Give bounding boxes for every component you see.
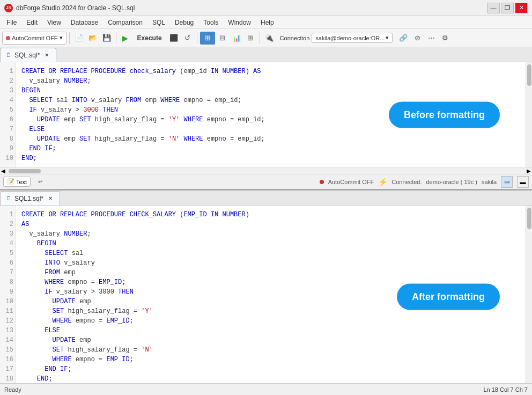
grid-view-button[interactable]: ⊟ [216, 32, 229, 45]
pane2-tab-bar: 🗒 SQL1.sql* ✕ [0, 191, 532, 206]
menu-bar: File Edit View Database Comparison SQL D… [0, 16, 532, 29]
menu-debug[interactable]: Debug [171, 18, 198, 27]
pane1-line-numbers: 12345678910 [0, 62, 16, 167]
tab-sql1-icon: 🗒 [6, 195, 11, 201]
autocommit-button[interactable]: AutoCommit OFF ▾ [2, 32, 66, 45]
pane1-vscroll[interactable] [526, 62, 532, 167]
menu-file[interactable]: File [2, 18, 21, 27]
pane1-wrap-button[interactable]: ↩ [34, 175, 47, 188]
pane2-vscroll[interactable] [526, 206, 532, 388]
app-icon-text: JS [6, 5, 11, 10]
pane1-text-icon: 📝 [7, 178, 14, 185]
more-button[interactable]: ⋯ [425, 32, 438, 45]
pane1-bottom-bar: 📝 Text ↩ AutoCommit OFF ⚡ Connected. dem… [0, 174, 532, 189]
status-position: Ln 18 Col 7 Ch 7 [483, 386, 528, 393]
restore-button[interactable]: ❐ [501, 3, 514, 13]
export-button[interactable]: ⊞ [244, 32, 257, 45]
pane2-vscroll-thumb[interactable] [527, 208, 531, 229]
connection-value: sakila@demo-oracle:OR... [315, 35, 385, 41]
pane1-autocommit-label: AutoCommit OFF [328, 179, 374, 185]
editor-area: 🗒 SQL.sql* ✕ 12345678910 CREATE OR REPLA… [0, 47, 532, 395]
pane2-line-numbers: 123456789101112131415161718 [0, 206, 16, 388]
pane1-vscroll-thumb[interactable] [527, 64, 531, 86]
toolbar: AutoCommit OFF ▾ 📄 📂 💾 ▶ Execute ⬛ ↺ ⊞ ⊟… [0, 29, 532, 47]
pane1-bottom-right: AutoCommit OFF ⚡ Connected. demo-oracle … [320, 176, 529, 188]
tab-sql-icon: 🗒 [6, 52, 11, 58]
tab-sql-close[interactable]: ✕ [43, 52, 50, 59]
tab-sql[interactable]: 🗒 SQL.sql* ✕ [0, 48, 56, 62]
pane1-connected-label: Connected. [391, 179, 422, 185]
menu-view[interactable]: View [43, 18, 65, 27]
menu-comparison[interactable]: Comparison [104, 18, 147, 27]
pane1-connection-icon: ⚡ [378, 178, 387, 186]
menu-sql[interactable]: SQL [148, 18, 169, 27]
pane1-hscroll[interactable]: ◀ ▶ [0, 167, 532, 174]
pane1-text-button[interactable]: 📝 Text [3, 177, 31, 187]
separator-1 [69, 32, 70, 44]
tab-sql-label: SQL.sql* [14, 52, 40, 59]
window-title: dbForge Studio 2024 for Oracle - SQL.sql [16, 4, 135, 12]
connection-label: Connection [280, 35, 310, 41]
tab-sql1-label: SQL1.sql* [14, 195, 43, 202]
menu-tools[interactable]: Tools [199, 18, 223, 27]
tab-sql1[interactable]: 🗒 SQL1.sql* ✕ [0, 191, 60, 205]
pane-after: 🗒 SQL1.sql* ✕ 12345678910111213141516171… [0, 191, 532, 395]
connect-button[interactable]: 🔗 [397, 32, 410, 45]
app-icon: JS [4, 4, 13, 12]
connection-area: Connection sakila@demo-oracle:OR... ▾ [277, 32, 396, 44]
save-button[interactable]: 💾 [100, 32, 113, 45]
pane1-schema-label: sakila [482, 179, 497, 185]
autocommit-status-dot [6, 36, 10, 40]
menu-window[interactable]: Window [224, 18, 255, 27]
pane1-view-single[interactable]: ▭ [501, 176, 513, 188]
menu-database[interactable]: Database [66, 18, 102, 27]
execute-label: Execute [137, 34, 162, 42]
menu-edit[interactable]: Edit [22, 18, 42, 27]
format-button[interactable]: ⊞ [200, 32, 215, 45]
autocommit-dropdown-icon: ▾ [60, 34, 63, 41]
connection-dropdown-icon: ▾ [386, 34, 389, 41]
new-file-button[interactable]: 📄 [72, 32, 85, 45]
pane1-code-area: 12345678910 CREATE OR REPLACE PROCEDURE … [0, 62, 532, 167]
status-ready: Ready [4, 386, 21, 393]
separator-3 [197, 32, 197, 44]
pane1-view-split[interactable]: ▬ [517, 176, 529, 188]
run-button[interactable]: ▶ [119, 32, 132, 45]
pane-before: 🗒 SQL.sql* ✕ 12345678910 CREATE OR REPLA… [0, 47, 532, 191]
status-bar: Ready Ln 18 Col 7 Ch 7 [0, 383, 532, 395]
tab-sql1-close[interactable]: ✕ [47, 195, 54, 202]
close-button[interactable]: ✕ [515, 3, 528, 13]
autocommit-label: AutoCommit OFF [12, 35, 58, 41]
pane2-code-content[interactable]: CREATE OR REPLACE PROCEDURE CHECK_SALARY… [16, 206, 526, 388]
minimize-button[interactable]: — [487, 3, 500, 13]
pane1-hscroll-thumb[interactable] [9, 169, 41, 173]
settings-button[interactable]: ⚙ [439, 32, 452, 45]
disconnect-button[interactable]: ⊘ [411, 32, 424, 45]
pane1-autocommit-icon [320, 180, 324, 184]
stop-button[interactable]: ⬛ [167, 32, 180, 45]
execute-button[interactable]: Execute [133, 33, 166, 43]
refresh-button[interactable]: ↺ [181, 32, 194, 45]
separator-2 [116, 32, 116, 44]
open-file-button[interactable]: 📂 [86, 32, 99, 45]
separator-4 [260, 32, 260, 44]
pane1-code-content[interactable]: CREATE OR REPLACE PROCEDURE check_salary… [16, 62, 526, 167]
pane1-bottom-left: 📝 Text ↩ [3, 175, 47, 188]
pane2-code-area: 123456789101112131415161718 CREATE OR RE… [0, 206, 532, 388]
pane1-tab-bar: 🗒 SQL.sql* ✕ [0, 47, 532, 62]
title-bar: JS dbForge Studio 2024 for Oracle - SQL.… [0, 0, 532, 16]
pane1-text-label: Text [16, 179, 27, 185]
window-controls: — ❐ ✕ [487, 3, 528, 13]
plugin-button[interactable]: 🔌 [263, 32, 276, 45]
connection-selector[interactable]: sakila@demo-oracle:OR... ▾ [312, 33, 393, 43]
pane1-server-label: demo-oracle ( 19c ) [426, 179, 477, 185]
chart-button[interactable]: 📊 [230, 32, 243, 45]
menu-help[interactable]: Help [256, 18, 278, 27]
